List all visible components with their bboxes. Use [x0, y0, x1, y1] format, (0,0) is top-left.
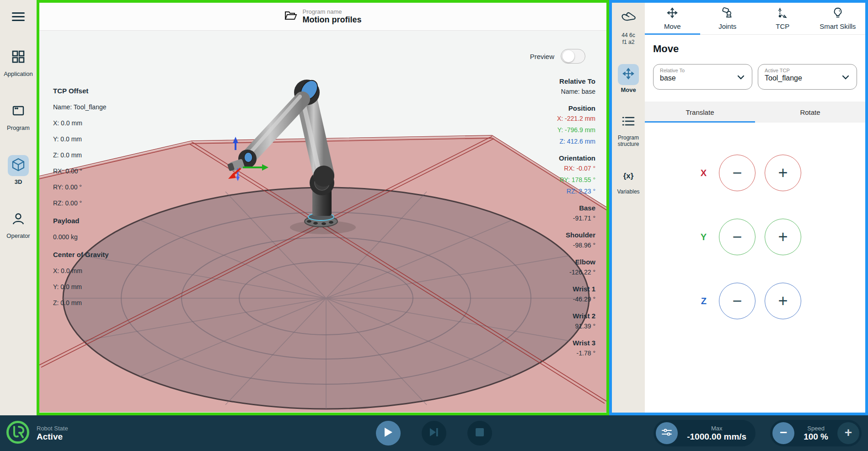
play-button[interactable]	[376, 421, 401, 446]
ur-logo	[5, 420, 30, 446]
app-root: Application Program 3D	[0, 0, 868, 451]
position-y: Y: -796.9 mm	[557, 124, 595, 136]
max-label: Max	[711, 425, 723, 432]
lightbulb-icon	[832, 7, 844, 21]
z-minus-button[interactable]: −	[719, 283, 755, 319]
sidebar-item-3d[interactable]: 3D	[8, 155, 29, 185]
robot-state-value: Active	[37, 432, 68, 442]
position-z: Z: 412.6 mm	[557, 136, 595, 147]
move-arrows-icon	[622, 67, 635, 82]
robot-status-bar: Robot State Active	[0, 415, 868, 451]
joint-label: Wrist 1	[557, 284, 595, 294]
joint-value: -46.29 °	[557, 294, 595, 305]
translate-rotate-tabs: Translate Rotate	[645, 102, 865, 123]
sidebar-item-program[interactable]: Program	[7, 101, 30, 131]
joint-label: Wrist 2	[557, 311, 595, 321]
robot-serial: 44 6c f1 a2	[622, 32, 635, 46]
cog-title: Center of Gravity	[53, 250, 113, 259]
stop-icon	[475, 428, 484, 439]
axis-x-label: X	[688, 168, 707, 178]
max-value: -1000.00 mm/s	[687, 432, 746, 442]
tcp-name: Name: Tool_flange	[53, 103, 113, 111]
operator-person-icon	[11, 212, 25, 227]
speed-increase-button[interactable]: +	[837, 422, 859, 444]
joint-label: Wrist 3	[557, 338, 595, 348]
joint-label: Base	[557, 203, 595, 213]
max-speed-pill: Max -1000.00 mm/s	[654, 420, 755, 446]
orientation-rx: RX: -0.07 °	[557, 163, 595, 174]
rail-item-label: Variables	[617, 188, 639, 195]
tab-label: TCP	[776, 22, 789, 30]
joint-value: -126.22 °	[557, 267, 595, 278]
tab-label: Move	[664, 22, 681, 30]
active-tcp-dropdown[interactable]: Active TCP Tool_flange	[758, 64, 857, 90]
subtab-translate[interactable]: Translate	[645, 102, 755, 123]
speed-pill: − Speed 100 % +	[770, 420, 862, 446]
sidebar-item-operator[interactable]: Operator	[6, 209, 30, 239]
tcp-info-overlay: TCP Offset Name: Tool_flange X: 0.0 mm Y…	[53, 86, 113, 307]
cog-y: Y: 0.0 mm	[53, 283, 113, 291]
rail-item-move[interactable]: Move	[618, 64, 639, 93]
tcp-x: X: 0.0 mm	[53, 119, 113, 127]
skip-to-end-button[interactable]	[422, 421, 446, 446]
tcp-rz: RZ: 0.00 °	[53, 199, 113, 207]
tab-smart-skills[interactable]: Smart Skills	[810, 3, 866, 34]
tcp-ry: RY: 0.00 °	[53, 183, 113, 191]
robot-3d-scene	[39, 31, 606, 412]
active-tcp-dropdown-label: Active TCP	[765, 68, 850, 73]
cube-3d-icon	[11, 157, 26, 174]
rail-item-label: Move	[621, 87, 636, 93]
relative-to-dropdown-label: Relative To	[660, 68, 745, 73]
stop-button[interactable]	[467, 421, 492, 446]
pose-info-overlay: Relative To Name: base Position X: -221.…	[557, 76, 595, 365]
cog-x: X: 0.0 mm	[53, 267, 113, 275]
panel-content: Move Joints	[645, 3, 865, 413]
x-minus-button[interactable]: −	[719, 155, 755, 191]
rail-item-program-structure[interactable]: Program structure	[612, 112, 645, 147]
tab-label: Smart Skills	[820, 22, 856, 30]
x-plus-button[interactable]: +	[765, 155, 801, 191]
move-side-panel: 44 6c f1 a2 Move Program structure	[609, 0, 868, 415]
hand-guide-icon[interactable]	[621, 10, 636, 26]
relative-to-title: Relative To	[557, 76, 595, 86]
y-plus-button[interactable]: +	[765, 219, 801, 255]
joints-icon	[722, 7, 734, 21]
joint-value: -98.96 °	[557, 240, 595, 251]
subtab-rotate[interactable]: Rotate	[755, 102, 865, 123]
tcp-y: Y: 0.0 mm	[53, 135, 113, 143]
orientation-ry: RY: 178.55 °	[557, 174, 595, 186]
tab-joints[interactable]: Joints	[700, 3, 755, 34]
toggle-knob	[563, 50, 574, 62]
preview-toggle[interactable]	[561, 49, 585, 64]
rail-item-variables[interactable]: {x} Variables	[617, 166, 639, 195]
panel-rail: 44 6c f1 a2 Move Program structure	[612, 3, 645, 413]
main-sidebar: Application Program 3D	[0, 0, 37, 415]
hamburger-menu-icon[interactable]	[12, 10, 25, 23]
preview-label: Preview	[530, 53, 554, 60]
joint-value: -91.71 °	[557, 213, 595, 224]
robot-state-label: Robot State	[37, 425, 68, 432]
tcp-axes-icon	[777, 7, 788, 21]
speed-decrease-button[interactable]: −	[772, 422, 794, 444]
joint-label: Elbow	[557, 257, 595, 267]
3d-viewport[interactable]: Preview TCP Offset Name: Tool_flange X: …	[39, 31, 606, 412]
z-plus-button[interactable]: +	[765, 283, 801, 319]
plus-icon: +	[845, 426, 852, 439]
sidebar-item-label: Operator	[6, 232, 30, 239]
program-window-icon	[11, 104, 25, 119]
sidebar-item-application[interactable]: Application	[4, 47, 33, 77]
position-title: Position	[557, 103, 595, 113]
orientation-rz: RZ: 2.23 °	[557, 186, 595, 197]
relative-to-dropdown-value: base	[660, 74, 745, 82]
joint-value: 91.39 °	[557, 321, 595, 332]
relative-to-dropdown[interactable]: Relative To base	[653, 64, 752, 90]
rail-item-label: Program structure	[612, 134, 645, 147]
3d-view-panel: Program name Motion profiles	[37, 0, 609, 415]
speed-settings-button[interactable]	[656, 422, 678, 444]
sliders-icon	[661, 427, 672, 439]
tab-move[interactable]: Move	[645, 3, 700, 34]
sidebar-item-label: Application	[4, 70, 33, 77]
y-minus-button[interactable]: −	[719, 219, 755, 255]
tab-tcp[interactable]: TCP	[755, 3, 810, 34]
speed-label: Speed	[807, 425, 825, 432]
